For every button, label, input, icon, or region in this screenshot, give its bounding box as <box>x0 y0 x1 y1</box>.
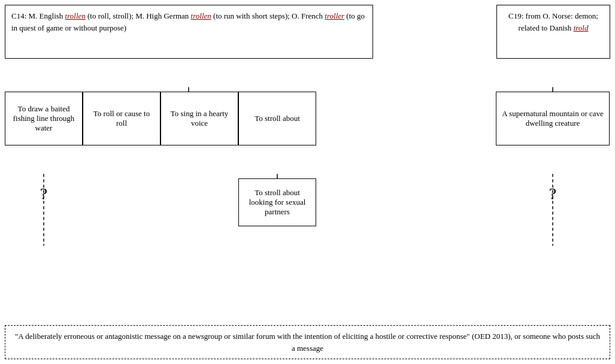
meaning-1-box: To draw a baited fishing line through wa… <box>5 92 83 145</box>
submeaning-stroll-sexual-box: To stroll about looking for sexual partn… <box>238 178 316 226</box>
etymology-row: C14: M. English trollen (to roll, stroll… <box>5 5 610 59</box>
trollen-2: trollen <box>191 11 211 20</box>
question-2: ? <box>496 178 610 204</box>
meaning-5-text: A supernatural mountain or cave dwelling… <box>501 109 604 128</box>
trollen-1: trollen <box>65 11 86 20</box>
etymology-left-box: C14: M. English trollen (to roll, stroll… <box>5 5 373 59</box>
submeaning-stroll-sexual-text: To stroll about looking for sexual partn… <box>244 188 311 217</box>
footer-box: "A deliberately erroneous or antagonisti… <box>5 325 610 359</box>
footer-text: "A deliberately erroneous or antagonisti… <box>15 332 600 353</box>
middle-gap <box>316 92 496 145</box>
meaning-3-text: To sing in a hearty voice <box>166 109 233 128</box>
question-2-text: ? <box>549 184 556 203</box>
meaning-2-text: To roll or cause to roll <box>88 109 155 128</box>
meaning-2-box: To roll or cause to roll <box>83 92 160 145</box>
meaning-3-box: To sing in a hearty voice <box>160 92 238 145</box>
meaning-5-box: A supernatural mountain or cave dwelling… <box>496 92 610 145</box>
question-1-text: ? <box>40 184 47 203</box>
question-1: ? <box>5 178 83 204</box>
meaning-4-text: To stroll about <box>255 114 300 123</box>
etymology-right-box: C19: from O. Norse: demon; related to Da… <box>496 5 610 59</box>
diagram: C14: M. English trollen (to roll, stroll… <box>0 0 615 364</box>
troller: troller <box>325 11 344 20</box>
meanings-row: To draw a baited fishing line through wa… <box>5 92 610 145</box>
submeanings-row: ? To stroll about looking for sexual par… <box>5 178 610 226</box>
trold: trold <box>574 23 589 32</box>
meaning-4-box: To stroll about <box>238 92 316 145</box>
meaning-1-text: To draw a baited fishing line through wa… <box>10 104 77 133</box>
